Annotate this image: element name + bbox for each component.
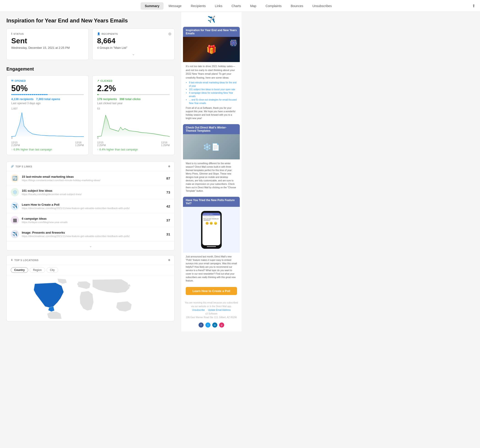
gift-icon: 🎁	[206, 45, 217, 54]
link-icon-5: ✈️	[11, 230, 19, 238]
instagram-icon[interactable]: p	[219, 322, 224, 327]
phone-frame: Let us know what y... Lorem ipsum dolor …	[201, 211, 222, 249]
promo-polls-image: Let us know what y... Lorem ipsum dolor …	[183, 207, 240, 253]
engagement-row: ✉ OPENED 50% 4,138 recipients 7,303 tota…	[7, 75, 175, 155]
polls-cta-button[interactable]: Learn How to Create a Poll	[186, 287, 237, 295]
tab-charts[interactable]: Charts	[227, 2, 245, 10]
tab-links[interactable]: Links	[211, 2, 226, 10]
tab-summary[interactable]: Summary	[141, 2, 163, 10]
link-count-3: 42	[166, 204, 170, 208]
promo-winter-image: ❄️📄	[183, 134, 240, 159]
sidebar-send-icon: ✈️	[181, 12, 242, 25]
arrow-up-icon-2: ↑	[97, 148, 99, 151]
opened-xend: 12/161:25PM	[75, 141, 84, 147]
link-icon-2: ❄️	[11, 188, 19, 196]
top-links-expand-icon[interactable]: ⊕	[168, 165, 170, 168]
top-locations-label-wrap: ⬇ TOP 5 LOCATIONS	[11, 259, 38, 262]
sidebar-social: f t in p	[181, 321, 242, 329]
promo-bullet-1: 9 last-minute email marketing ideas for …	[189, 81, 237, 88]
opened-stats: 4,138 recipients 7,303 total opens	[11, 97, 84, 101]
opened-yzero: 0	[11, 136, 13, 139]
tab-map[interactable]: Map	[246, 2, 260, 10]
top-links-header: 🔗 TOP 5 LINKS ⊕	[7, 162, 174, 171]
location-icon: ⬇	[11, 259, 13, 262]
promo-winter: Check Out Direct Mail's Winter-Themed Te…	[183, 124, 240, 195]
tab-message[interactable]: Message	[164, 2, 186, 10]
promo-holiday-body: It's not too late to drive 2021 holiday …	[183, 62, 240, 122]
link-info-2: 101 subject line ideas https://localiq.c…	[22, 189, 163, 196]
link-url-4: https://unlayer.com/blog/new-year-emails	[22, 221, 163, 224]
link-icon-4: ▦	[11, 216, 19, 224]
loc-tab-city[interactable]: City	[47, 267, 58, 273]
promo-polls-body: Just announced last month, Direct Mail's…	[183, 253, 240, 285]
tab-bounces[interactable]: Bounces	[287, 2, 307, 10]
clicked-stats: 179 recipients 398 total clicks	[97, 97, 170, 101]
clicked-xend: 12/161:25PM	[161, 141, 170, 147]
nav-tabs: Summary Message Recipients Links Charts …	[5, 2, 472, 10]
recipients-expand-icon[interactable]: ⊕	[168, 31, 171, 36]
map-area	[7, 275, 174, 321]
share-icon[interactable]: ⬆	[472, 3, 475, 8]
main-layout: Inspiration for Year End and New Years E…	[0, 12, 480, 331]
status-row: ℹ STATUS Sent Wednesday, December 15, 20…	[7, 28, 175, 60]
clicked-card: ↗ CLICKED 2.2% 179 recipients 398 total …	[92, 75, 175, 155]
clicked-ymax: 53	[97, 107, 100, 110]
promo-winter-header: Check Out Direct Mail's Winter-Themed Te…	[183, 124, 240, 134]
link-info-1: 15 last-minute email marketing ideas htt…	[22, 175, 163, 182]
promo-winter-body: Want to try something different for the …	[183, 159, 240, 195]
clicked-label: ↗ CLICKED	[97, 79, 170, 82]
top-locations-expand-icon[interactable]: ⊕	[168, 259, 170, 262]
clicked-chart: 53 0	[97, 107, 170, 139]
location-tabs: Country Region City	[7, 265, 174, 275]
tab-recipients[interactable]: Recipients	[187, 2, 210, 10]
facebook-icon[interactable]: f	[198, 322, 204, 327]
tab-unsubscribes[interactable]: Unsubscribes	[308, 2, 336, 10]
engagement-title: Engagement	[7, 66, 175, 72]
opened-xstart: 12/152:25PM	[11, 141, 20, 147]
status-card: ℹ STATUS Sent Wednesday, December 15, 20…	[7, 28, 89, 60]
tab-complaints[interactable]: Complaints	[261, 2, 286, 10]
clicked-last: Last clicked last year	[97, 102, 170, 105]
clicked-chart-svg	[97, 107, 170, 139]
link-title-2: 101 subject line ideas	[22, 189, 163, 192]
link-url-5: https://directmailmac.com/blog/2021/11/n…	[22, 235, 163, 237]
recipients-card: ⊕ 👤 RECIPIENTS 8,664 4 Groups in "Main L…	[92, 28, 175, 60]
phone-screen-question: Have you been enjoying our newsletters?	[203, 218, 219, 221]
promo-bullet-3: 4 campaign ideas for outstanding New Yea…	[189, 91, 237, 98]
link-info-5: Image: Presents and fireworks https://di…	[22, 231, 163, 237]
opened-ymax: 1,607	[11, 107, 18, 110]
top-navigation: Summary Message Recipients Links Charts …	[0, 0, 480, 12]
opened-percent: 50%	[11, 84, 84, 93]
links-expand-button[interactable]: ⌄	[7, 241, 174, 250]
loc-tab-country[interactable]: Country	[11, 267, 28, 273]
promo-holiday: Inspiration for Year End and New Years E…	[183, 27, 240, 122]
list-item: ✈️ Learn How to Create a Poll https://di…	[7, 199, 174, 213]
phone-screen-body: Lorem ipsum dolor sit amet...	[203, 216, 219, 217]
status-label: ℹ STATUS	[11, 32, 84, 35]
promo-holiday-footer: From all of us at Software, thank you fo…	[186, 106, 237, 120]
opened-bar	[11, 94, 84, 95]
opened-chart-labels: 12/152:25PM 12/161:25PM	[11, 141, 84, 147]
unsubscribe-link[interactable]: Unsubscribe	[192, 309, 205, 311]
link-title-4: 6 campaign ideas	[22, 217, 163, 220]
link-count-1: 87	[166, 176, 170, 180]
link-info-3: Learn How to Create a Poll https://direc…	[22, 203, 163, 210]
linkedin-icon[interactable]: in	[212, 322, 217, 327]
recipients-value: 8,664	[97, 37, 170, 45]
clicked-bar	[97, 94, 170, 95]
opened-label: ✉ OPENED	[11, 79, 84, 82]
twitter-icon[interactable]: t	[205, 322, 211, 327]
phone-screen-emoji: 😊 😐 😞	[203, 222, 219, 225]
status-value: Sent	[11, 37, 84, 45]
content-area: Inspiration for Year End and New Years E…	[0, 12, 181, 331]
update-email-link[interactable]: Update Email Address	[208, 309, 231, 311]
winter-card-icon: ❄️📄	[203, 143, 220, 151]
link-title-1: 15 last-minute email marketing ideas	[22, 175, 163, 178]
clicked-chart-labels: 12/152:25PM 12/161:25PM	[97, 141, 170, 147]
phone-screen: Let us know what y... Lorem ipsum dolor …	[202, 213, 220, 245]
expand-bottom-icon[interactable]: ⌄	[97, 50, 170, 56]
world-map-svg	[11, 277, 170, 319]
recipients-icon: 👤	[97, 32, 100, 35]
loc-tab-region[interactable]: Region	[29, 267, 45, 273]
page-title: Inspiration for Year End and New Years E…	[7, 17, 175, 24]
